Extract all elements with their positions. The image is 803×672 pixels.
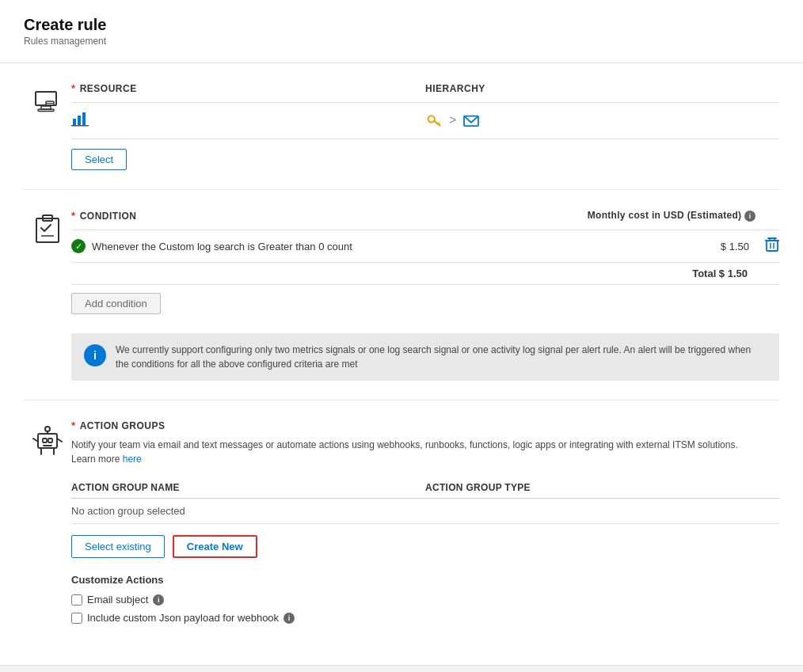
resource-section-body: * RESOURCE HIERARCHY — [71, 82, 779, 170]
json-payload-info-icon: i — [284, 613, 295, 624]
condition-cost: $ 1.50 — [670, 241, 765, 252]
monthly-cost-header: Monthly cost in USD (Estimated) i — [588, 209, 779, 222]
condition-section-icon — [24, 209, 71, 244]
customize-actions-title: Customize Actions — [71, 574, 779, 586]
svg-point-28 — [45, 427, 50, 431]
condition-required-star: * — [71, 210, 75, 222]
resource-icons-row: > — [71, 111, 779, 139]
no-action-row: No action group selected — [71, 499, 779, 524]
add-condition-area: Add condition — [71, 285, 779, 322]
col-name-header: ACTION GROUP NAME — [71, 482, 425, 493]
footer-bar: Create alert rule — [0, 665, 803, 672]
add-condition-button[interactable]: Add condition — [71, 293, 161, 314]
svg-rect-13 — [36, 218, 59, 242]
json-payload-row: Include custom Json payload for webhook … — [71, 612, 779, 624]
svg-line-11 — [438, 123, 440, 124]
svg-rect-8 — [71, 125, 89, 127]
email-subject-row: Email subject i — [71, 594, 779, 606]
hierarchy-label: HIERARCHY — [425, 83, 485, 94]
resource-header-row: * RESOURCE HIERARCHY — [71, 82, 779, 103]
svg-rect-7 — [82, 112, 86, 125]
chevron-icon: > — [449, 113, 456, 127]
action-groups-section-icon — [24, 420, 71, 457]
table-header: ACTION GROUP NAME ACTION GROUP TYPE — [71, 479, 779, 499]
bar-chart-icon — [71, 111, 89, 127]
here-link[interactable]: here — [123, 454, 142, 465]
select-button[interactable]: Select — [71, 149, 127, 170]
action-groups-label: ACTION GROUPS — [80, 420, 166, 431]
resource-bar-icon-area — [71, 111, 425, 129]
email-subject-info-icon: i — [153, 594, 164, 606]
condition-icon — [33, 212, 62, 244]
envelope-icon — [462, 113, 480, 127]
condition-description: Whenever the Custom log search is Greate… — [92, 241, 352, 252]
info-text: We currently support configuring only tw… — [116, 343, 767, 371]
resource-label: RESOURCE — [80, 83, 137, 94]
svg-rect-6 — [78, 116, 81, 125]
condition-row: ✓ Whenever the Custom log search is Grea… — [71, 230, 779, 263]
resource-header-left: * RESOURCE — [71, 82, 425, 94]
action-groups-desc: Notify your team via email and text mess… — [71, 438, 779, 466]
email-subject-label: Email subject — [87, 594, 148, 606]
svg-rect-16 — [767, 241, 778, 251]
info-icon: i — [84, 344, 106, 366]
total-label: Total $ 1.50 — [692, 268, 748, 279]
action-groups-header: * ACTION GROUPS — [71, 420, 779, 431]
condition-header-row: * CONDITION Monthly cost in USD (Estimat… — [71, 209, 779, 230]
json-payload-label: Include custom Json payload for webhook — [87, 612, 279, 624]
condition-section-body: * CONDITION Monthly cost in USD (Estimat… — [71, 209, 779, 381]
json-payload-checkbox[interactable] — [71, 613, 82, 624]
svg-rect-24 — [43, 439, 47, 442]
action-groups-section: * ACTION GROUPS Notify your team via ema… — [24, 401, 779, 649]
resource-section: * RESOURCE HIERARCHY — [24, 63, 779, 190]
svg-rect-2 — [38, 109, 54, 112]
robot-icon — [32, 423, 63, 457]
resource-icon — [32, 85, 63, 117]
condition-section: * CONDITION Monthly cost in USD (Estimat… — [24, 190, 779, 401]
action-groups-body: * ACTION GROUPS Notify your team via ema… — [71, 420, 779, 630]
condition-info-box: i We currently support configuring only … — [71, 333, 779, 381]
trash-icon — [765, 237, 779, 252]
action-groups-description-text: Notify your team via email and text mess… — [71, 439, 738, 450]
condition-text-area: ✓ Whenever the Custom log search is Grea… — [71, 239, 670, 253]
col-type-header: ACTION GROUP TYPE — [425, 482, 779, 493]
page-title: Create rule — [24, 16, 779, 34]
svg-rect-25 — [48, 439, 52, 442]
hierarchy-icons-area: > — [425, 112, 779, 128]
hierarchy-header: HIERARCHY — [425, 82, 779, 94]
action-buttons-row: Select existing Create New — [71, 535, 779, 558]
page-wrapper: Create rule Rules management * — [0, 0, 803, 672]
condition-label: CONDITION — [80, 211, 137, 222]
action-groups-required-star: * — [71, 420, 75, 431]
main-content: Create rule Rules management * — [0, 0, 803, 665]
condition-header-left: * CONDITION — [71, 210, 588, 222]
learn-more-text: Learn more — [71, 454, 123, 465]
select-existing-button[interactable]: Select existing — [71, 535, 165, 558]
email-subject-checkbox[interactable] — [71, 594, 82, 606]
page-subtitle: Rules management — [24, 36, 779, 47]
resource-section-icon — [24, 82, 71, 117]
resource-required-star: * — [71, 82, 75, 94]
svg-rect-5 — [73, 119, 76, 125]
condition-delete-button[interactable] — [765, 237, 779, 256]
monthly-cost-label: Monthly cost in USD (Estimated) — [588, 210, 742, 221]
condition-check-icon: ✓ — [71, 239, 86, 253]
create-new-button[interactable]: Create New — [173, 535, 257, 558]
total-row: Total $ 1.50 — [71, 263, 779, 285]
monthly-cost-info-icon: i — [744, 211, 755, 222]
key-icon — [425, 112, 443, 128]
